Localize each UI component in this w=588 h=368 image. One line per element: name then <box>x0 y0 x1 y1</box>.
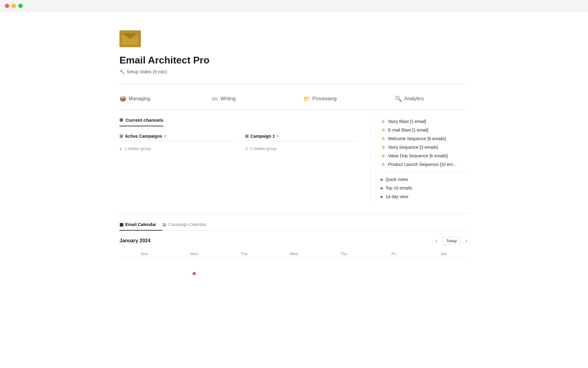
14-day-arrow: ▶ <box>381 195 383 199</box>
current-channels-header-wrap: ⊞ Current channels <box>119 117 358 126</box>
nav-row: 📦 Managing ⌨️ Writing 📁 Processing 🔍 Ana… <box>119 92 469 106</box>
current-channels-header: ⊞ Current channels <box>119 117 163 126</box>
email-calendar-icon: ▦ <box>119 222 123 227</box>
calendar-prev-button[interactable]: ‹ <box>435 237 439 245</box>
top-divider <box>119 84 469 84</box>
processing-icon: 📁 <box>303 95 310 102</box>
hidden-group-chevron-0: ∨ <box>119 146 123 151</box>
hidden-group-label-1: 1 hidden group <box>250 146 277 151</box>
campaign-1-board: ⊞ Campaign 1 ∨ ∨ 1 hidden group <box>245 134 358 151</box>
sidebar-item-email-blast[interactable]: ✛ E-mail Blast [1 email] <box>381 126 469 134</box>
quick-notes-label: Quick notes <box>386 177 408 182</box>
sidebar-item-value-drip[interactable]: ✛ Value Drip Sequence [6 emails] <box>381 151 469 160</box>
calendar-section: ▦ Email Calendar ▦ Campaign Calendar Jan… <box>119 213 469 276</box>
minimize-button[interactable] <box>12 4 16 8</box>
calendar-next-button[interactable]: › <box>465 237 469 245</box>
hidden-group-label-0: 1 hidden group <box>124 146 151 151</box>
tab-campaign-calendar[interactable]: ▦ Campaign Calendar <box>162 220 213 231</box>
email-blast-label: E-mail Blast [1 email] <box>388 128 428 132</box>
cal-cell-7[interactable] <box>419 258 469 276</box>
nav-item-writing[interactable]: ⌨️ Writing <box>211 92 303 106</box>
sidebar-item-product-launch[interactable]: ✛ Product Launch Sequence [10 em... <box>381 160 469 169</box>
active-campaigns-hidden-group[interactable]: ∨ 1 hidden group <box>119 146 233 151</box>
active-campaigns-board: ⊞ Active Campaigns ∨ ∨ 1 hidden group <box>119 134 233 151</box>
welcome-sequence-icon: ✛ <box>381 136 386 141</box>
board-grid-icon: ⊞ <box>119 134 123 139</box>
nav-label-analytics: Analytics <box>404 96 424 102</box>
calendar-header: January 2024 ‹ Today › <box>119 237 469 245</box>
campaign-1-hidden-group[interactable]: ∨ 1 hidden group <box>245 146 358 151</box>
nav-item-processing[interactable]: 📁 Processing <box>303 92 395 106</box>
sidebar-col: ✛ Story Blast [1 email] ✛ E-mail Blast [… <box>371 117 469 201</box>
setup-link-text: Setup Video (9 min) <box>126 69 167 74</box>
cal-cell-4[interactable] <box>269 258 319 276</box>
campaign1-grid-icon: ⊞ <box>245 134 249 139</box>
story-sequence-label: Story Sequence [3 emails] <box>388 145 438 150</box>
nav-item-managing[interactable]: 📦 Managing <box>119 92 211 106</box>
top-10-arrow: ▶ <box>381 186 383 190</box>
campaign-1-header[interactable]: ⊞ Campaign 1 ∨ <box>245 134 358 141</box>
campaign-calendar-label: Campaign Calendar <box>168 222 206 227</box>
calendar-nav: ‹ Today › <box>435 237 469 245</box>
sidebar-item-welcome-sequence[interactable]: ✛ Welcome Sequence [6 emails] <box>381 134 469 143</box>
cal-day-header-wed: Wed <box>269 250 319 258</box>
cal-day-header-fri: Fri <box>369 250 419 258</box>
cal-cell-1[interactable] <box>119 258 169 276</box>
boards-area: ⊞ Active Campaigns ∨ ∨ 1 hidden group ⊞ … <box>119 134 358 151</box>
calendar-today-button[interactable]: Today <box>442 237 461 245</box>
campaign-1-chevron: ∨ <box>277 134 279 138</box>
cal-day-header-mon: Mon <box>169 250 219 258</box>
app-title: Email Architect Pro <box>119 55 469 66</box>
setup-video-link[interactable]: 🔧 Setup Video (9 min) <box>119 69 469 74</box>
quick-notes-arrow: ▶ <box>381 178 383 182</box>
cal-cell-2[interactable] <box>169 258 219 276</box>
main-col: ⊞ Current channels ⊞ Active Campaigns ∨ … <box>119 117 371 201</box>
top-10-emails-label: Top 10 emails <box>386 186 412 190</box>
value-drip-icon: ✛ <box>381 153 386 158</box>
maximize-button[interactable] <box>18 4 23 8</box>
cal-day-header-sat: Sat <box>419 250 469 258</box>
sidebar-item-story-blast[interactable]: ✛ Story Blast [1 email] <box>381 117 469 126</box>
14-day-view-label: 14 day view <box>386 194 408 199</box>
story-blast-label: Story Blast [1 email] <box>388 119 426 124</box>
titlebar <box>0 0 588 12</box>
story-blast-icon: ✛ <box>381 119 386 124</box>
current-channels-label: Current channels <box>126 117 163 123</box>
app-icon <box>119 30 141 47</box>
main-content: Email Architect Pro 🔧 Setup Video (9 min… <box>95 12 493 289</box>
calendar-grid: Sun Mon Tue Wed Thu Fri Sat <box>119 250 469 276</box>
email-calendar-label: Email Calendar <box>125 222 156 227</box>
tab-email-calendar[interactable]: ▦ Email Calendar <box>119 220 162 231</box>
campaign-1-title: Campaign 1 <box>251 134 275 139</box>
email-blast-icon: ✛ <box>381 128 386 132</box>
analytics-icon: 🔍 <box>395 95 402 102</box>
sidebar-divider <box>381 172 469 172</box>
section-divider <box>119 109 469 110</box>
two-col-layout: ⊞ Current channels ⊞ Active Campaigns ∨ … <box>119 117 469 201</box>
cal-cell-3[interactable] <box>219 258 269 276</box>
sidebar-item-story-sequence[interactable]: ✛ Story Sequence [3 emails] <box>381 143 469 151</box>
calendar-month: January 2024 <box>119 238 150 243</box>
product-launch-label: Product Launch Sequence [10 em... <box>388 162 456 167</box>
calendar-tabs: ▦ Email Calendar ▦ Campaign Calendar <box>119 220 469 231</box>
sidebar-toggle-top-10-emails[interactable]: ▶ Top 10 emails <box>381 184 469 192</box>
active-campaigns-header[interactable]: ⊞ Active Campaigns ∨ <box>119 134 233 141</box>
nav-label-writing: Writing <box>221 96 236 102</box>
cal-day-header-thu: Thu <box>319 250 369 258</box>
hidden-group-chevron-1: ∨ <box>245 146 248 151</box>
close-button[interactable] <box>5 4 9 8</box>
cal-day-header-tue: Tue <box>219 250 269 258</box>
active-campaigns-title: Active Campaigns <box>125 134 162 139</box>
value-drip-label: Value Drip Sequence [6 emails] <box>388 153 448 158</box>
cal-cell-6[interactable] <box>369 258 419 276</box>
welcome-sequence-label: Welcome Sequence [6 emails] <box>388 136 446 141</box>
nav-label-managing: Managing <box>129 96 150 102</box>
product-launch-icon: ✛ <box>381 162 386 167</box>
nav-label-processing: Processing <box>312 96 337 102</box>
cal-cell-5[interactable] <box>319 258 369 276</box>
sidebar-toggle-quick-notes[interactable]: ▶ Quick notes <box>381 175 469 184</box>
wrench-icon: 🔧 <box>119 69 125 74</box>
sidebar-toggle-14-day-view[interactable]: ▶ 14 day view <box>381 192 469 201</box>
nav-item-analytics[interactable]: 🔍 Analytics <box>395 92 487 106</box>
active-campaigns-chevron: ∨ <box>164 134 166 138</box>
